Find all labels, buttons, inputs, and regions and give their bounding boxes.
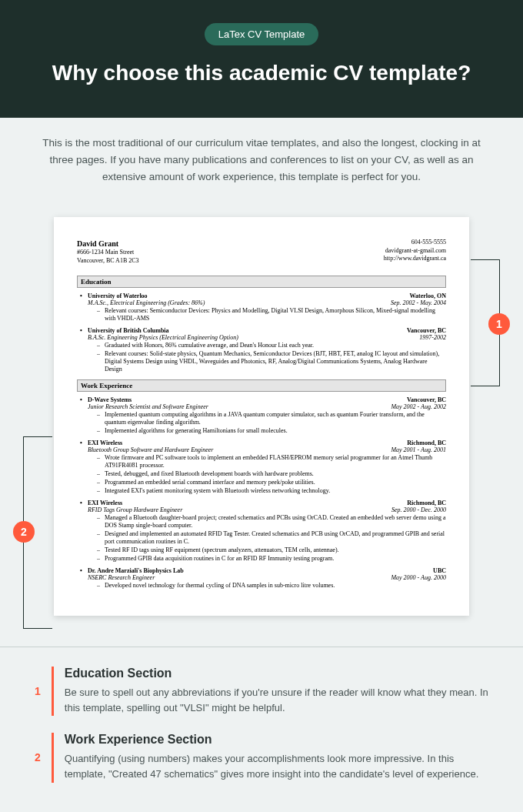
header: LaTex CV Template Why choose this academ… <box>0 0 523 118</box>
cv-bullet: Managed a Bluetooth daughter-board proje… <box>97 514 446 530</box>
cv-date: Sep. 2000 - Dec. 2000 <box>391 506 446 513</box>
cv-work-entry: EXI WirelessRichmond, BC RFID Tags Group… <box>88 500 446 563</box>
note-number: 1 <box>35 667 41 697</box>
cv-addr2: Vancouver, BC A1B 2C3 <box>77 257 139 265</box>
page-title: Why choose this academic CV template? <box>15 59 508 87</box>
cv-degree: M.A.Sc., Electrical Engineering (Grades:… <box>88 299 205 306</box>
cv-bullet: Tested, debugged, and fixed Bluetooth de… <box>97 470 446 478</box>
template-badge: LaTex CV Template <box>205 23 319 45</box>
cv-header: David Grant #666-1234 Main Street Vancou… <box>77 239 446 265</box>
cv-role: Bluetooth Group Software and Hardware En… <box>88 446 213 453</box>
cv-bullet: Relevant courses: Semiconductor Devices:… <box>97 307 446 322</box>
cv-edu-entry: University of British ColumbiaVancouver,… <box>88 327 446 373</box>
note-text: Quantifying (using numbers) makes your a… <box>65 751 488 782</box>
note-number: 2 <box>35 733 41 764</box>
cv-org: D-Wave Systems <box>88 396 132 403</box>
cv-bullet: Designed and implemented an automated RF… <box>97 530 446 546</box>
cv-bullet: Graduated with Honors, 86% cumulative av… <box>97 342 446 349</box>
cv-bullet: Implemented quantum computing algorithms… <box>97 411 446 426</box>
cv-email: davidgrant-at-gmail.com <box>384 247 446 255</box>
cv-contact-left: David Grant #666-1234 Main Street Vancou… <box>77 239 139 265</box>
cv-degree: B.A.Sc. Engineering Physics (Electrical … <box>88 334 238 341</box>
cv-work-entry: EXI WirelessRichmond, BC Bluetooth Group… <box>88 439 446 495</box>
cv-date: May 2002 - Aug. 2002 <box>391 403 446 410</box>
cv-role: RFID Tags Group Hardware Engineer <box>88 506 182 513</box>
cv-date: May 2001 - Aug. 2001 <box>391 446 446 453</box>
cv-bullet: Integrated EXI's patient monitoring syst… <box>97 487 446 495</box>
cv-name: David Grant <box>77 239 139 249</box>
marker-2: 2 <box>13 521 35 543</box>
cv-edu-entry: University of WaterlooWaterloo, ON M.A.S… <box>88 292 446 322</box>
cv-phone: 604-555-5555 <box>384 239 446 246</box>
cv-date: Sep. 2002 - May. 2004 <box>391 299 446 306</box>
note-1: 1 Education Section Be sure to spell out… <box>35 667 488 716</box>
cv-page: David Grant #666-1234 Main Street Vancou… <box>54 217 469 616</box>
cv-contact-right: 604-555-5555 davidgrant-at-gmail.com htt… <box>384 239 446 265</box>
cv-school: University of Waterloo <box>88 292 148 299</box>
cv-section-education: Education <box>77 276 446 288</box>
notes-section: 1 Education Section Be sure to spell out… <box>0 647 523 812</box>
cv-loc: Vancouver, BC <box>407 327 446 334</box>
cv-bullet: Tested RF ID tags using RF equipment (sp… <box>97 546 446 554</box>
cv-addr1: #666-1234 Main Street <box>77 249 139 256</box>
note-2: 2 Work Experience Section Quantifying (u… <box>35 733 488 782</box>
cv-loc: UBC <box>433 567 446 574</box>
cv-preview-wrap: 1 2 David Grant #666-1234 Main Street Va… <box>0 202 523 639</box>
intro-text: This is the most traditional of our curr… <box>0 118 523 202</box>
cv-role: NSERC Research Engineer <box>88 574 155 581</box>
cv-date: 1997-2002 <box>419 334 446 341</box>
note-title: Work Experience Section <box>65 733 488 747</box>
cv-loc: Richmond, BC <box>407 439 446 446</box>
cv-loc: Waterloo, ON <box>409 292 446 299</box>
cv-bullet: Wrote firmware and PC software tools to … <box>97 454 446 469</box>
cv-section-work: Work Experience <box>77 379 446 392</box>
cv-school: University of British Columbia <box>88 327 169 334</box>
cv-bullet: Programmed an embedded serial command in… <box>97 479 446 486</box>
cv-loc: Richmond, BC <box>407 500 446 506</box>
cv-bullet: Developed novel technology for thermal c… <box>97 582 446 590</box>
cv-date: May 2000 - Aug. 2000 <box>391 574 446 581</box>
cv-loc: Vancouver, BC <box>407 396 446 403</box>
cv-work-entry: D-Wave SystemsVancouver, BC Junior Resea… <box>88 396 446 435</box>
cv-work-entry: Dr. Andre Marziali's Biophysics LabUBC N… <box>88 567 446 590</box>
cv-web: http://www.davidgrant.ca <box>384 255 446 262</box>
cv-org: EXI Wireless <box>88 500 122 506</box>
note-title: Education Section <box>65 667 488 680</box>
cv-role: Junior Research Scientist and Software E… <box>88 403 208 410</box>
marker-1: 1 <box>488 313 510 335</box>
note-text: Be sure to spell out any abbreviations i… <box>65 685 488 716</box>
cv-bullet: Implemented algorithms for generating Ha… <box>97 427 446 435</box>
cv-bullet: Programmed GPIB data acquisition routine… <box>97 555 446 563</box>
cv-bullet: Relevant courses: Solid-state physics, Q… <box>97 350 446 373</box>
cv-org: Dr. Andre Marziali's Biophysics Lab <box>88 567 184 574</box>
cv-org: EXI Wireless <box>88 439 122 446</box>
